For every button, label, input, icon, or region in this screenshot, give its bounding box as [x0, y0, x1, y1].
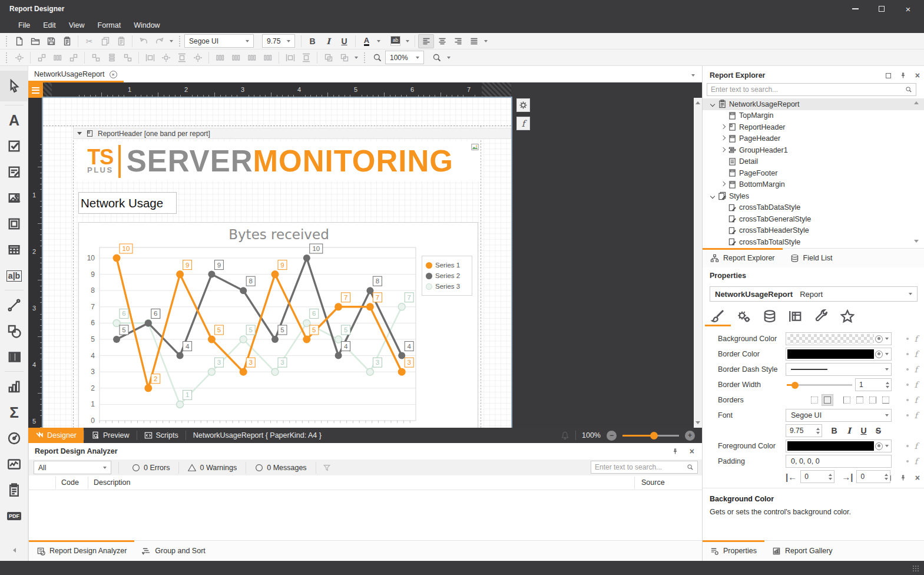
tree-expander-icon[interactable] [720, 136, 726, 141]
tab-favorites[interactable] [834, 306, 860, 326]
close-button[interactable]: × [898, 0, 918, 18]
padding-left-input[interactable] [801, 472, 827, 481]
resize-grip[interactable] [912, 565, 919, 572]
tab-data[interactable] [757, 306, 783, 326]
tab-utility[interactable] [809, 306, 834, 326]
same-height-button[interactable] [174, 51, 190, 65]
tree-item-styles[interactable]: Styles [703, 190, 924, 202]
tab-scripts[interactable]: Scripts [137, 428, 186, 443]
zoom-slider[interactable] [622, 435, 679, 437]
tree-item-crosstabdatastyle[interactable]: crossTabDataStyle [703, 202, 924, 214]
report-header-band-caption[interactable]: ReportHeader [one band per report] [73, 128, 511, 139]
expression-icon[interactable]: f [915, 411, 918, 420]
tool-page-info[interactable] [0, 477, 28, 503]
send-to-back-button[interactable] [336, 51, 352, 65]
tab-list-dropdown[interactable] [689, 68, 697, 82]
font-underline-button[interactable]: U [856, 426, 871, 435]
tool-character-comb[interactable]: a|b [0, 263, 28, 289]
maximize-button[interactable] [872, 0, 892, 18]
center-vertically-button[interactable] [298, 51, 314, 65]
scroll-up-icon[interactable] [696, 101, 700, 104]
tab-report-explorer[interactable]: Report Explorer [703, 249, 783, 267]
top-margin-line[interactable] [43, 125, 511, 126]
zoom-combo[interactable]: 100% [385, 51, 424, 64]
explorer-search-input[interactable] [711, 85, 905, 94]
font-strikeout-button[interactable]: S [871, 426, 886, 435]
tool-pivot-grid[interactable]: Σ [0, 399, 28, 425]
tree-item-networkusagereport[interactable]: NetworkUsageReport [703, 98, 924, 110]
analyzer-filter-combo[interactable]: All [34, 461, 111, 474]
tool-barcode[interactable] [0, 344, 28, 370]
tree-item-topmargin[interactable]: TopMargin [703, 110, 924, 122]
tool-chart[interactable] [0, 374, 28, 399]
tab-close-icon[interactable]: × [110, 71, 117, 78]
same-size-button[interactable] [190, 51, 206, 65]
align-rights-button[interactable] [65, 51, 81, 65]
save-button[interactable] [43, 34, 59, 48]
tool-sparkline[interactable] [0, 451, 28, 477]
menu-edit[interactable]: Edit [38, 19, 61, 32]
highlight-color-dropdown[interactable] [403, 34, 412, 48]
tool-shape[interactable] [0, 318, 28, 344]
tab-group-and-sort[interactable]: Group and Sort [134, 541, 213, 561]
notifications-bell-icon[interactable] [561, 431, 569, 440]
color-target-icon[interactable] [875, 335, 883, 343]
paste-button[interactable] [113, 34, 129, 48]
tool-gauge[interactable] [0, 425, 28, 451]
tree-expander-icon[interactable] [710, 101, 716, 107]
cut-button[interactable]: ✂ [81, 34, 97, 48]
borders-top-button[interactable] [854, 394, 866, 406]
color-target-icon[interactable] [875, 442, 883, 450]
borders-bottom-button[interactable] [880, 394, 892, 406]
smart-tag-menu-icon[interactable] [28, 82, 43, 98]
pin-icon[interactable] [671, 448, 679, 455]
font-size-input[interactable] [786, 427, 814, 435]
tree-scroll-down-icon[interactable] [914, 240, 919, 243]
tool-pointer[interactable] [0, 71, 28, 101]
border-width-slider[interactable] [786, 379, 852, 391]
underline-button[interactable]: U [336, 34, 352, 48]
italic-button[interactable]: I [320, 34, 336, 48]
tab-field-list[interactable]: Field List [783, 249, 840, 267]
bring-to-front-button[interactable] [320, 51, 336, 65]
column-source[interactable]: Source [641, 478, 665, 487]
border-dash-style-editor[interactable] [786, 363, 892, 376]
tree-expander-icon[interactable] [720, 181, 726, 187]
tree-scroll-up-icon[interactable] [914, 101, 919, 104]
decrease-horizontal-spacing-button[interactable] [244, 51, 260, 65]
padding-left-spinner[interactable] [800, 470, 834, 483]
tool-checkbox[interactable] [0, 133, 28, 159]
tool-panel[interactable] [0, 211, 28, 237]
tool-richtext[interactable] [0, 159, 28, 185]
borders-left-button[interactable] [841, 394, 853, 406]
close-icon[interactable]: × [690, 447, 694, 456]
object-selector-combo[interactable]: NetworkUsageReport Report [710, 286, 918, 302]
network-usage-label[interactable]: Network Usage [78, 192, 177, 214]
tree-item-detail[interactable]: Detail [703, 156, 924, 168]
menu-file[interactable]: File [13, 19, 35, 32]
expression-icon[interactable]: f [915, 457, 918, 466]
explorer-search[interactable] [707, 83, 916, 96]
zoom-out-icon[interactable]: − [607, 431, 617, 441]
tool-label[interactable]: A [0, 107, 28, 133]
new-report-button[interactable] [11, 34, 27, 48]
report-settings-gear-button[interactable] [516, 98, 530, 112]
tool-line[interactable] [0, 292, 28, 318]
open-button[interactable] [27, 34, 43, 48]
menu-window[interactable]: Window [128, 19, 165, 32]
toolbar-grip[interactable] [6, 36, 8, 47]
analyzer-search[interactable] [591, 461, 698, 474]
messages-badge[interactable]: 0 Messages [249, 464, 312, 472]
align-center-button[interactable] [434, 34, 450, 48]
tab-appearance[interactable] [705, 306, 731, 326]
equal-horizontal-spacing-button[interactable] [212, 51, 228, 65]
font-italic-button[interactable]: I [842, 426, 856, 435]
border-width-spinner[interactable] [855, 378, 892, 391]
align-right-button[interactable] [450, 34, 466, 48]
font-color-dropdown[interactable] [375, 34, 383, 48]
tree-item-crosstabgeneralstyle[interactable]: crossTabGeneralStyle [703, 213, 924, 225]
save-all-button[interactable] [59, 34, 75, 48]
borders-right-button[interactable] [867, 394, 879, 406]
restore-icon[interactable] [886, 73, 891, 78]
expression-icon[interactable]: f [915, 395, 918, 405]
